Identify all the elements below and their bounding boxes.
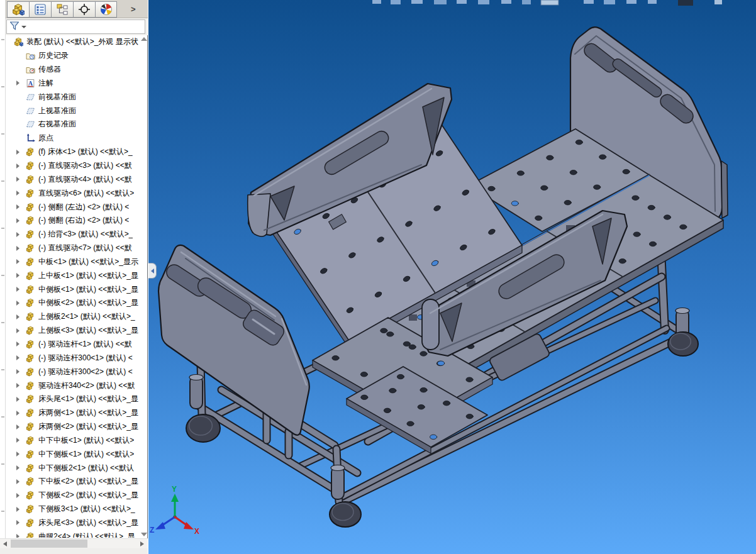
expander-icon[interactable]: [13, 218, 26, 223]
tree-item-label: (-) 驱动连杆<1> (默认) <<默: [38, 339, 132, 350]
tree-item[interactable]: 直线驱动<6> (默认) <<默认>: [6, 186, 144, 200]
expander-icon[interactable]: [13, 273, 26, 278]
expander-icon[interactable]: [13, 177, 26, 182]
tree-item-label: 中侧板<2> (默认) <<默认>_显: [38, 297, 138, 308]
tree-item[interactable]: 中下侧板<1> (默认) <<默认>: [6, 447, 144, 461]
tree-item[interactable]: (-) 抬背<3> (默认) <<默认>_: [6, 228, 144, 241]
tree-item[interactable]: 传感器: [6, 63, 144, 77]
tree-item[interactable]: (-) 驱动连杆300<2> (默认) <: [6, 365, 144, 379]
tab-dimxpertmanager[interactable]: [73, 1, 95, 18]
tree-item[interactable]: 历史记录: [6, 49, 144, 63]
tab-displaymanager[interactable]: [95, 1, 117, 18]
expander-icon[interactable]: [13, 80, 26, 86]
tab-featuremanager[interactable]: [7, 1, 29, 18]
expander-icon[interactable]: [13, 246, 26, 251]
tree-item[interactable]: 下中板<2> (默认) <<默认>_显: [6, 475, 144, 489]
tree-item[interactable]: 上侧板<3> (默认) <<默认>_显: [6, 324, 144, 338]
tree-item[interactable]: (-) 驱动连杆<1> (默认) <<默: [6, 338, 144, 352]
annotations-icon: A: [26, 79, 36, 88]
expander-icon[interactable]: [13, 534, 26, 538]
expander-icon[interactable]: [13, 411, 26, 416]
tree-item[interactable]: 下侧板<2> (默认) <<默认>_显: [6, 489, 144, 502]
expander-icon[interactable]: [13, 383, 26, 388]
part-icon: [26, 230, 36, 239]
tree-item[interactable]: (-) 直线驱动<4> (默认) <<默: [6, 172, 144, 186]
part-icon: [26, 202, 36, 212]
part-icon: [26, 161, 36, 170]
horizontal-scrollbar[interactable]: [0, 538, 148, 548]
expander-icon[interactable]: [13, 493, 26, 498]
part-icon: [26, 394, 36, 404]
tree-item[interactable]: 床两侧<2> (默认) <<默认>_显: [6, 420, 144, 434]
scroll-right-arrow[interactable]: [140, 541, 144, 546]
tree-item[interactable]: 装配 (默认) <<默认>_外观 显示状: [6, 35, 144, 49]
expander-icon[interactable]: [13, 520, 26, 525]
expander-icon[interactable]: [13, 287, 26, 292]
tree-item[interactable]: (-) 驱动连杆300<1> (默认) <: [6, 351, 144, 365]
tree-item[interactable]: 上视基准面: [6, 104, 144, 118]
tree-item[interactable]: (-) 直线驱动<3> (默认) <<默: [6, 159, 144, 173]
tree-item[interactable]: 下侧板3<1> (默认) <<默认>_: [6, 502, 144, 516]
tree-item[interactable]: 原点: [6, 131, 144, 145]
tab-overflow-arrow[interactable]: >: [131, 4, 136, 14]
tree-item[interactable]: 中下中板<1> (默认) <<默认>: [6, 433, 144, 447]
expander-icon[interactable]: [13, 424, 26, 429]
tree-item[interactable]: 床头尾<3> (默认) <<默认>_显: [6, 516, 144, 530]
tree-item-label: 中下侧板2<1> (默认) <<默认: [38, 463, 134, 474]
expander-icon[interactable]: [13, 150, 26, 155]
scroll-left-arrow[interactable]: [3, 541, 7, 546]
panel-collapse-tab[interactable]: [148, 263, 157, 279]
expander-icon[interactable]: [13, 314, 26, 319]
expander-icon[interactable]: [13, 232, 26, 237]
chevron-down-icon[interactable]: [21, 26, 26, 28]
tree-item[interactable]: 床两侧<1> (默认) <<默认>_显: [6, 406, 144, 420]
expander-icon[interactable]: [13, 452, 26, 457]
tree-item[interactable]: 上侧板2<1> (默认) <<默认>_: [6, 310, 144, 324]
tree-item[interactable]: 床头尾<1> (默认) <<默认>_显: [6, 392, 144, 406]
tree-item[interactable]: 中下侧板2<1> (默认) <<默认: [6, 461, 144, 475]
scroll-down-arrow[interactable]: [141, 533, 147, 536]
filter-field[interactable]: [6, 19, 145, 34]
tree-item[interactable]: (-) 侧翻 (右边) <2> (默认) <: [6, 214, 144, 228]
expander-icon[interactable]: [13, 369, 26, 374]
tree-item[interactable]: (f) 床体<1> (默认) <<默认>_: [6, 145, 144, 159]
expander-icon[interactable]: [13, 479, 26, 484]
expander-icon[interactable]: [13, 204, 26, 209]
tree-item-label: 直线驱动<6> (默认) <<默认>: [38, 188, 134, 199]
tree-item[interactable]: 上中板<1> (默认) <<默认>_显: [6, 269, 144, 282]
graphics-viewport[interactable]: Y Z X: [148, 0, 756, 554]
tree-item[interactable]: (-) 直线驱动<7> (默认) <<默: [6, 241, 144, 255]
part-icon: [26, 422, 36, 431]
part-icon: [26, 326, 36, 335]
tree-item[interactable]: 曲腿2<4> (默认) <<默认>_显: [6, 529, 144, 538]
tree-item[interactable]: 前视基准面: [6, 90, 144, 104]
expander-icon[interactable]: [13, 438, 26, 443]
tree-item[interactable]: 中侧板<1> (默认) <<默认>_显: [6, 282, 144, 296]
tree-item[interactable]: 中板<1> (默认) <<默认>_显示: [6, 255, 144, 269]
tree-item[interactable]: 右视基准面: [6, 118, 144, 131]
tree-item[interactable]: (-) 侧翻 (左边) <2> (默认) <: [6, 200, 144, 214]
tree-item[interactable]: 驱动连杆340<2> (默认) <<默: [6, 379, 144, 392]
scrollbar-thumb[interactable]: [11, 540, 87, 548]
expander-icon[interactable]: [13, 465, 26, 470]
part-icon: [26, 298, 36, 307]
scroll-up-arrow[interactable]: [141, 37, 147, 41]
expander-icon[interactable]: [13, 355, 26, 360]
tree-item[interactable]: 中侧板<2> (默认) <<默认>_显: [6, 296, 144, 310]
expander-icon[interactable]: [13, 259, 26, 264]
part-icon: [26, 477, 36, 486]
expander-icon[interactable]: [13, 163, 26, 169]
expander-icon[interactable]: [13, 341, 26, 346]
expander-icon[interactable]: [13, 301, 26, 306]
expander-icon[interactable]: [13, 507, 26, 512]
tab-propertymanager[interactable]: [29, 1, 51, 18]
tree-item[interactable]: A 注解: [6, 77, 144, 91]
tree-item-label: (-) 侧翻 (右边) <2> (默认) <: [38, 215, 129, 226]
tree-item-label: (f) 床体<1> (默认) <<默认>_: [38, 147, 133, 157]
expander-icon[interactable]: [13, 397, 26, 402]
expander-icon[interactable]: [13, 191, 26, 196]
tab-configurationmanager[interactable]: [51, 1, 73, 18]
plane-icon: [26, 119, 36, 129]
expander-icon[interactable]: [13, 328, 26, 333]
funnel-icon[interactable]: [9, 21, 19, 33]
